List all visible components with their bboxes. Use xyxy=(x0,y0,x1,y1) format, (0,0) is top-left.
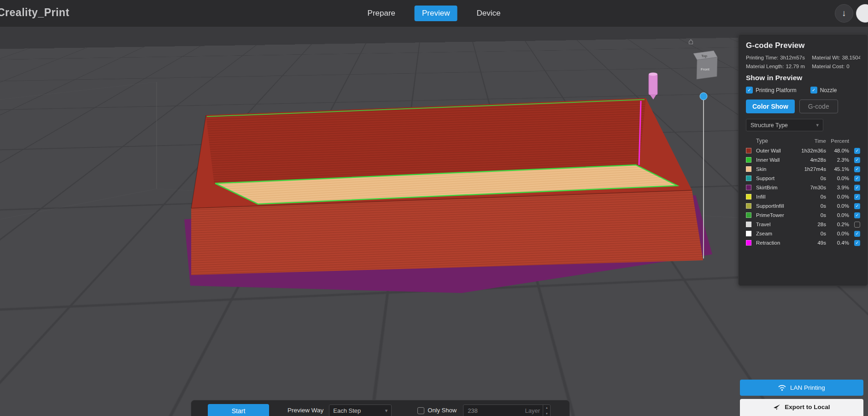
material-length-value: 12.79 m xyxy=(786,64,805,69)
row-percent: 45.1% xyxy=(826,166,849,172)
table-row[interactable]: SupportInfill 0s 0.0% ✓ xyxy=(746,201,860,211)
gcode-button[interactable]: G-code xyxy=(799,100,838,113)
col-type: Type xyxy=(756,138,797,144)
row-type: Zseam xyxy=(756,231,797,236)
row-checkbox[interactable]: ✓ xyxy=(854,185,860,191)
view-cube[interactable]: Top Front xyxy=(693,51,717,79)
layer-stepper[interactable]: ▴ ▾ xyxy=(543,405,550,416)
row-swatch xyxy=(746,148,751,153)
row-percent: 2.3% xyxy=(826,157,849,163)
row-type: Infill xyxy=(756,194,797,199)
view-cube-front-label: Front xyxy=(701,67,710,71)
table-row[interactable]: Outer Wall 1h32m36s 48.0% ✓ xyxy=(746,146,860,155)
only-show-option[interactable]: Only Show xyxy=(417,404,457,416)
row-time: 49s xyxy=(797,240,826,246)
step-down-icon[interactable]: ▾ xyxy=(543,411,550,416)
edge-circle-button[interactable] xyxy=(856,4,868,23)
preview-way-label: Preview Way xyxy=(287,404,323,416)
row-time: 1h27m4s xyxy=(797,166,826,172)
row-time: 0s xyxy=(797,176,826,181)
row-percent: 0.0% xyxy=(826,194,849,199)
row-swatch xyxy=(746,240,751,246)
row-checkbox[interactable]: ✓ xyxy=(854,212,860,218)
option-checkbox[interactable]: ✓ xyxy=(810,87,817,94)
row-checkbox[interactable]: ✓ xyxy=(854,176,860,182)
row-time: 0s xyxy=(797,231,826,236)
row-checkbox[interactable]: ✓ xyxy=(854,157,860,163)
start-button[interactable]: Start xyxy=(208,404,269,416)
table-row[interactable]: PrimeTower 0s 0.0% ✓ xyxy=(746,211,860,220)
row-checkbox[interactable]: ✓ xyxy=(854,148,860,154)
row-percent: 0.0% xyxy=(826,203,849,209)
row-checkbox[interactable]: ✓ xyxy=(854,203,860,209)
material-length-label: Material Length: xyxy=(746,64,784,69)
table-row[interactable]: Inner Wall 4m28s 2.3% ✓ xyxy=(746,155,860,164)
table-row[interactable]: Skin 1h27m4s 45.1% ✓ xyxy=(746,164,860,174)
row-percent: 3.9% xyxy=(826,185,849,190)
row-time: 4m28s xyxy=(797,157,826,163)
app-title: Creality_Print xyxy=(0,6,70,19)
table-row[interactable]: Zseam 0s 0.0% ✓ xyxy=(746,229,860,238)
row-percent: 0.4% xyxy=(826,240,849,246)
stats-row-2: Material Length:12.79 m Material Cost:0 xyxy=(746,64,860,69)
tab-device[interactable]: Device xyxy=(469,6,508,21)
row-percent: 0.0% xyxy=(826,231,849,236)
layer-number-input[interactable]: 238 Layer ▴ ▾ xyxy=(463,404,551,416)
layer-value[interactable]: 238 xyxy=(463,407,525,414)
row-swatch xyxy=(746,157,751,163)
main-tabs: Prepare Preview Device xyxy=(360,0,508,27)
row-time: 1h32m36s xyxy=(797,148,826,153)
row-checkbox[interactable]: ✓ xyxy=(854,166,860,172)
material-wt-value: 38.1504 xyxy=(842,55,860,60)
preview-way-dropdown[interactable]: Each Step ▾ xyxy=(329,404,392,416)
layer-slider-handle[interactable] xyxy=(700,93,707,100)
row-checkbox[interactable]: ✓ xyxy=(854,231,860,237)
table-row[interactable]: Retraction 49s 0.4% ✓ xyxy=(746,238,860,247)
preview-way-value: Each Step xyxy=(333,407,361,414)
show-in-preview-title: Show in Preview xyxy=(746,74,860,82)
tab-preview[interactable]: Preview xyxy=(415,6,457,21)
table-row[interactable]: SkirtBrim 7m30s 3.9% ✓ xyxy=(746,183,860,192)
table-row[interactable]: Infill 0s 0.0% ✓ xyxy=(746,192,860,201)
preview-option[interactable]: ✓ Printing Platform xyxy=(746,87,797,94)
gcode-preview-panel: G-code Preview Printing Time:3h12m57s Ma… xyxy=(738,34,868,286)
option-checkbox[interactable]: ✓ xyxy=(746,87,753,94)
row-swatch xyxy=(746,166,751,172)
row-checkbox[interactable]: ✓ xyxy=(854,240,860,246)
lan-printing-button[interactable]: LAN Printing xyxy=(740,380,863,396)
home-view-icon[interactable]: ⌂ xyxy=(688,36,693,46)
option-label: Printing Platform xyxy=(756,87,797,94)
plate-edge-line xyxy=(0,189,157,219)
only-show-checkbox[interactable] xyxy=(417,407,424,414)
row-type: Inner Wall xyxy=(756,157,797,163)
tab-prepare[interactable]: Prepare xyxy=(360,6,403,21)
material-cost-label: Material Cost: xyxy=(812,64,845,69)
chevron-down-icon: ▾ xyxy=(816,122,819,128)
table-row[interactable]: Travel 28s 0.2% xyxy=(746,220,860,229)
download-button[interactable]: ↓ xyxy=(835,4,853,23)
printing-time-label: Printing Time: xyxy=(746,55,778,60)
preview-option[interactable]: ✓ Nozzle xyxy=(810,87,837,94)
row-type: SkirtBrim xyxy=(756,185,797,190)
lan-printing-label: LAN Printing xyxy=(790,384,825,391)
structure-type-value: Structure Type xyxy=(751,122,788,129)
row-checkbox[interactable]: ✓ xyxy=(854,194,860,200)
color-show-button[interactable]: Color Show xyxy=(746,100,795,113)
row-time: 0s xyxy=(797,203,826,209)
export-to-local-button[interactable]: Export to Local xyxy=(740,399,863,416)
row-type: Support xyxy=(756,176,797,181)
row-swatch xyxy=(746,176,751,181)
table-row[interactable]: Support 0s 0.0% ✓ xyxy=(746,174,860,183)
row-swatch xyxy=(746,185,751,190)
row-percent: 0.0% xyxy=(826,176,849,181)
row-swatch xyxy=(746,212,751,218)
structure-type-dropdown[interactable]: Structure Type ▾ xyxy=(746,119,823,131)
row-time: 7m30s xyxy=(797,185,826,190)
row-time: 0s xyxy=(797,194,826,199)
step-up-icon[interactable]: ▴ xyxy=(543,405,550,411)
row-percent: 0.0% xyxy=(826,212,849,218)
row-swatch xyxy=(746,194,751,199)
row-type: PrimeTower xyxy=(756,212,797,218)
row-type: Outer Wall xyxy=(756,148,797,153)
row-checkbox[interactable] xyxy=(854,222,860,228)
